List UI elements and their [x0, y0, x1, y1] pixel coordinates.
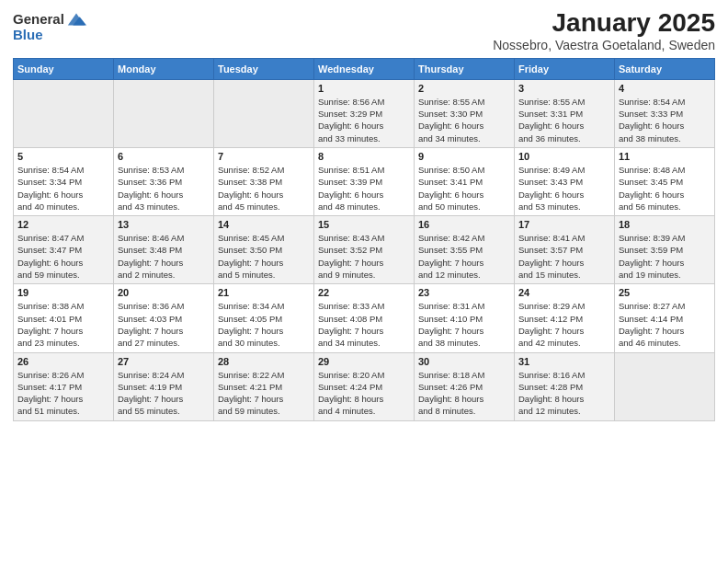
day-info: Sunrise: 8:50 AM Sunset: 3:41 PM Dayligh… [418, 164, 510, 213]
calendar-cell: 4Sunrise: 8:54 AM Sunset: 3:33 PM Daylig… [615, 79, 715, 147]
calendar-cell: 31Sunrise: 8:16 AM Sunset: 4:28 PM Dayli… [515, 352, 615, 420]
calendar-cell: 16Sunrise: 8:42 AM Sunset: 3:55 PM Dayli… [415, 216, 515, 284]
calendar-cell: 5Sunrise: 8:54 AM Sunset: 3:34 PM Daylig… [14, 147, 114, 215]
day-info: Sunrise: 8:43 AM Sunset: 3:52 PM Dayligh… [318, 232, 410, 281]
calendar-cell: 14Sunrise: 8:45 AM Sunset: 3:50 PM Dayli… [214, 216, 314, 284]
day-number: 12 [17, 219, 109, 230]
day-number: 20 [118, 287, 210, 298]
day-info: Sunrise: 8:16 AM Sunset: 4:28 PM Dayligh… [518, 369, 610, 418]
calendar-cell: 25Sunrise: 8:27 AM Sunset: 4:14 PM Dayli… [615, 284, 715, 352]
logo: General Blue [13, 9, 86, 43]
day-number: 30 [418, 356, 510, 367]
weekday-header-wednesday: Wednesday [314, 58, 415, 79]
day-number: 19 [17, 287, 109, 298]
day-number: 22 [318, 287, 410, 298]
day-number: 18 [619, 219, 711, 230]
day-info: Sunrise: 8:27 AM Sunset: 4:14 PM Dayligh… [619, 300, 711, 349]
day-number: 17 [518, 219, 610, 230]
calendar-subtitle: Nossebro, Vaestra Goetaland, Sweden [493, 38, 715, 52]
day-info: Sunrise: 8:51 AM Sunset: 3:39 PM Dayligh… [318, 164, 410, 213]
calendar-cell [615, 352, 715, 420]
weekday-header-tuesday: Tuesday [214, 58, 314, 79]
day-number: 27 [118, 356, 210, 367]
day-info: Sunrise: 8:31 AM Sunset: 4:10 PM Dayligh… [418, 300, 510, 349]
day-info: Sunrise: 8:55 AM Sunset: 3:31 PM Dayligh… [518, 96, 610, 144]
calendar-cell: 12Sunrise: 8:47 AM Sunset: 3:47 PM Dayli… [14, 216, 114, 284]
day-number: 16 [418, 219, 510, 230]
weekday-header-saturday: Saturday [615, 58, 715, 79]
weekday-header-thursday: Thursday [415, 58, 515, 79]
calendar-cell: 23Sunrise: 8:31 AM Sunset: 4:10 PM Dayli… [415, 284, 515, 352]
day-number: 26 [17, 356, 109, 367]
day-number: 9 [418, 151, 510, 162]
day-info: Sunrise: 8:29 AM Sunset: 4:12 PM Dayligh… [518, 300, 610, 349]
logo-icon [66, 9, 86, 29]
title-block: January 2025 Nossebro, Vaestra Goetaland… [493, 9, 715, 52]
calendar-cell: 1Sunrise: 8:56 AM Sunset: 3:29 PM Daylig… [314, 79, 415, 147]
day-info: Sunrise: 8:47 AM Sunset: 3:47 PM Dayligh… [17, 232, 109, 281]
day-number: 3 [518, 83, 610, 94]
logo-blue-text: Blue [13, 28, 86, 43]
day-info: Sunrise: 8:42 AM Sunset: 3:55 PM Dayligh… [418, 232, 510, 281]
day-info: Sunrise: 8:38 AM Sunset: 4:01 PM Dayligh… [17, 300, 109, 349]
calendar-cell: 2Sunrise: 8:55 AM Sunset: 3:30 PM Daylig… [415, 79, 515, 147]
day-number: 11 [619, 151, 711, 162]
day-number: 15 [318, 219, 410, 230]
calendar-week-row: 5Sunrise: 8:54 AM Sunset: 3:34 PM Daylig… [14, 147, 715, 215]
weekday-header-row: SundayMondayTuesdayWednesdayThursdayFrid… [14, 58, 715, 79]
calendar-cell: 10Sunrise: 8:49 AM Sunset: 3:43 PM Dayli… [515, 147, 615, 215]
logo-general-text: General [13, 12, 64, 28]
day-number: 6 [118, 151, 210, 162]
day-info: Sunrise: 8:24 AM Sunset: 4:19 PM Dayligh… [118, 369, 210, 418]
day-info: Sunrise: 8:26 AM Sunset: 4:17 PM Dayligh… [17, 369, 109, 418]
calendar-cell: 30Sunrise: 8:18 AM Sunset: 4:26 PM Dayli… [415, 352, 515, 420]
day-info: Sunrise: 8:39 AM Sunset: 3:59 PM Dayligh… [619, 232, 711, 281]
day-number: 14 [218, 219, 310, 230]
calendar-cell: 24Sunrise: 8:29 AM Sunset: 4:12 PM Dayli… [515, 284, 615, 352]
calendar-week-row: 1Sunrise: 8:56 AM Sunset: 3:29 PM Daylig… [14, 79, 715, 147]
calendar-cell: 19Sunrise: 8:38 AM Sunset: 4:01 PM Dayli… [14, 284, 114, 352]
calendar-cell: 15Sunrise: 8:43 AM Sunset: 3:52 PM Dayli… [314, 216, 415, 284]
day-info: Sunrise: 8:34 AM Sunset: 4:05 PM Dayligh… [218, 300, 310, 349]
calendar-cell: 13Sunrise: 8:46 AM Sunset: 3:48 PM Dayli… [114, 216, 214, 284]
day-info: Sunrise: 8:54 AM Sunset: 3:34 PM Dayligh… [17, 164, 109, 213]
day-info: Sunrise: 8:53 AM Sunset: 3:36 PM Dayligh… [118, 164, 210, 213]
day-info: Sunrise: 8:45 AM Sunset: 3:50 PM Dayligh… [218, 232, 310, 281]
day-number: 8 [318, 151, 410, 162]
calendar-cell [114, 79, 214, 147]
calendar-cell: 27Sunrise: 8:24 AM Sunset: 4:19 PM Dayli… [114, 352, 214, 420]
calendar-cell: 6Sunrise: 8:53 AM Sunset: 3:36 PM Daylig… [114, 147, 214, 215]
calendar-cell: 26Sunrise: 8:26 AM Sunset: 4:17 PM Dayli… [14, 352, 114, 420]
calendar-cell: 17Sunrise: 8:41 AM Sunset: 3:57 PM Dayli… [515, 216, 615, 284]
day-number: 24 [518, 287, 610, 298]
calendar-cell: 8Sunrise: 8:51 AM Sunset: 3:39 PM Daylig… [314, 147, 415, 215]
weekday-header-friday: Friday [515, 58, 615, 79]
day-info: Sunrise: 8:54 AM Sunset: 3:33 PM Dayligh… [619, 96, 711, 144]
day-info: Sunrise: 8:33 AM Sunset: 4:08 PM Dayligh… [318, 300, 410, 349]
calendar-title: January 2025 [493, 9, 715, 38]
day-number: 2 [418, 83, 510, 94]
calendar-cell: 11Sunrise: 8:48 AM Sunset: 3:45 PM Dayli… [615, 147, 715, 215]
day-number: 29 [318, 356, 410, 367]
day-number: 13 [118, 219, 210, 230]
calendar-cell: 9Sunrise: 8:50 AM Sunset: 3:41 PM Daylig… [415, 147, 515, 215]
day-info: Sunrise: 8:55 AM Sunset: 3:30 PM Dayligh… [418, 96, 510, 144]
day-info: Sunrise: 8:22 AM Sunset: 4:21 PM Dayligh… [218, 369, 310, 418]
calendar-cell: 29Sunrise: 8:20 AM Sunset: 4:24 PM Dayli… [314, 352, 415, 420]
day-info: Sunrise: 8:48 AM Sunset: 3:45 PM Dayligh… [619, 164, 711, 213]
day-info: Sunrise: 8:52 AM Sunset: 3:38 PM Dayligh… [218, 164, 310, 213]
calendar-cell: 22Sunrise: 8:33 AM Sunset: 4:08 PM Dayli… [314, 284, 415, 352]
day-number: 21 [218, 287, 310, 298]
day-info: Sunrise: 8:56 AM Sunset: 3:29 PM Dayligh… [318, 96, 410, 144]
day-info: Sunrise: 8:49 AM Sunset: 3:43 PM Dayligh… [518, 164, 610, 213]
day-number: 25 [619, 287, 711, 298]
calendar-week-row: 19Sunrise: 8:38 AM Sunset: 4:01 PM Dayli… [14, 284, 715, 352]
calendar-cell: 18Sunrise: 8:39 AM Sunset: 3:59 PM Dayli… [615, 216, 715, 284]
day-number: 4 [619, 83, 711, 94]
weekday-header-monday: Monday [114, 58, 214, 79]
calendar-cell: 21Sunrise: 8:34 AM Sunset: 4:05 PM Dayli… [214, 284, 314, 352]
weekday-header-sunday: Sunday [14, 58, 114, 79]
calendar-cell: 7Sunrise: 8:52 AM Sunset: 3:38 PM Daylig… [214, 147, 314, 215]
day-info: Sunrise: 8:36 AM Sunset: 4:03 PM Dayligh… [118, 300, 210, 349]
calendar-week-row: 26Sunrise: 8:26 AM Sunset: 4:17 PM Dayli… [14, 352, 715, 420]
